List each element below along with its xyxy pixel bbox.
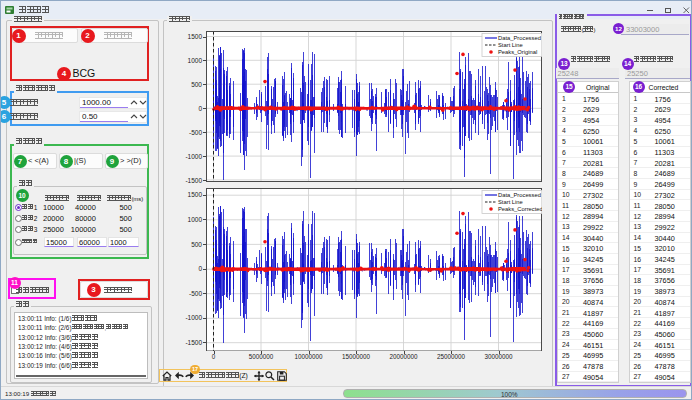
svg-text:Data_Processed: Data_Processed [498,192,541,198]
svg-text:Peaks_Corrected: Peaks_Corrected [498,206,542,212]
svg-text:Data_Processed: Data_Processed [498,35,541,41]
svg-text:Start Line: Start Line [498,199,523,205]
svg-text:Start Line: Start Line [498,42,523,48]
svg-text:Peaks_Original: Peaks_Original [498,49,537,55]
